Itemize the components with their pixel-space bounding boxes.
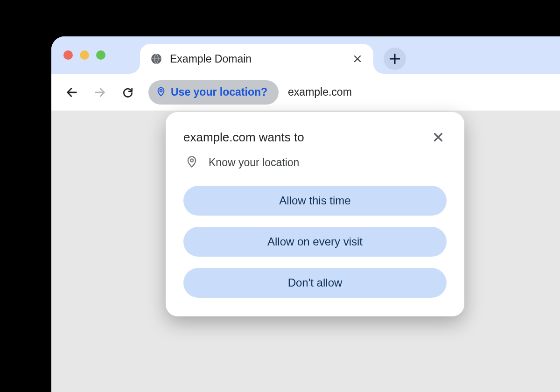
address-bar[interactable]: Use your location? example.com xyxy=(148,80,551,105)
tab-close-button[interactable] xyxy=(351,52,364,65)
active-tab[interactable]: Example Domain xyxy=(140,44,373,74)
new-tab-button[interactable] xyxy=(384,48,406,70)
url-text: example.com xyxy=(288,86,352,98)
window-close-button[interactable] xyxy=(63,50,73,60)
back-button[interactable] xyxy=(64,85,79,100)
dont-allow-button[interactable]: Don't allow xyxy=(183,268,447,298)
window-minimize-button[interactable] xyxy=(80,50,89,60)
globe-icon xyxy=(150,53,162,65)
svg-point-1 xyxy=(160,89,162,91)
toolbar: Use your location? example.com xyxy=(51,74,560,111)
browser-window: Example Domain Use your location? xyxy=(51,36,560,392)
allow-this-time-button[interactable]: Allow this time xyxy=(183,186,447,216)
allow-every-visit-button[interactable]: Allow on every visit xyxy=(183,227,447,257)
tab-strip: Example Domain xyxy=(51,36,560,74)
permission-chip-label: Use your location? xyxy=(171,86,267,98)
window-controls xyxy=(63,50,105,60)
location-pin-icon xyxy=(156,86,166,98)
forward-button[interactable] xyxy=(92,85,107,100)
permission-description: Know your location xyxy=(209,156,299,169)
permission-dialog-title: example.com wants to xyxy=(183,130,304,145)
permission-dialog: example.com wants to Know your location … xyxy=(166,112,464,316)
reload-button[interactable] xyxy=(120,85,135,100)
permission-chip[interactable]: Use your location? xyxy=(148,80,279,105)
location-pin-icon xyxy=(185,155,198,170)
permission-dialog-close-button[interactable] xyxy=(430,129,447,146)
tab-title: Example Domain xyxy=(170,53,351,65)
window-maximize-button[interactable] xyxy=(96,50,105,60)
svg-point-2 xyxy=(190,159,193,162)
